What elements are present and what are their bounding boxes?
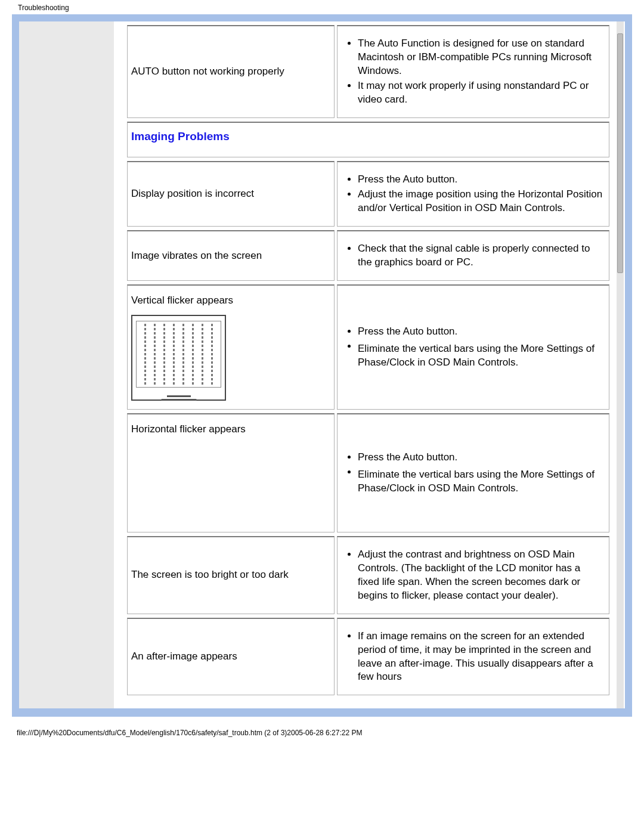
problem-text: Image vibrates on the screen xyxy=(131,250,262,261)
flicker-stripe-icon xyxy=(192,324,194,385)
problem-text: Vertical flicker appears xyxy=(131,295,233,306)
flicker-stripe-icon xyxy=(173,324,175,385)
solution-item: Press the Auto button. xyxy=(358,451,603,465)
solution-item: Adjust the contrast and brightness on OS… xyxy=(358,548,603,603)
solution-item: The Auto Function is designed for use on… xyxy=(358,37,603,78)
solution-list: Press the Auto button. Eliminate the ver… xyxy=(341,325,603,370)
problem-cell: Image vibrates on the screen xyxy=(127,230,335,281)
outer-band: AUTO button not working properly The Aut… xyxy=(12,14,632,717)
solution-item: Eliminate the vertical bars using the Mo… xyxy=(358,468,603,496)
vertical-scrollbar[interactable] xyxy=(617,21,624,708)
flicker-stripe-icon xyxy=(144,324,146,385)
solution-cell: The Auto Function is designed for use on… xyxy=(337,25,609,118)
problem-cell: Vertical flicker appears xyxy=(127,284,335,410)
monitor-base-icon xyxy=(161,399,197,401)
solution-list: The Auto Function is designed for use on… xyxy=(341,37,603,107)
solution-list: If an image remains on the screen for an… xyxy=(341,630,603,685)
section-heading: Imaging Problems xyxy=(127,122,609,158)
solution-item: Check that the signal cable is properly … xyxy=(358,242,603,270)
solution-item: It may not work properly if using nonsta… xyxy=(358,79,603,107)
table-row: Image vibrates on the screen Check that … xyxy=(127,230,609,281)
flicker-stripe-icon xyxy=(202,324,203,385)
solution-list: Adjust the contrast and brightness on OS… xyxy=(341,548,603,603)
solution-list: Press the Auto button. Eliminate the ver… xyxy=(341,451,603,496)
problem-cell: An after-image appears xyxy=(127,618,335,696)
left-navigation-gutter xyxy=(19,21,114,708)
table-row: The screen is too bright or too dark Adj… xyxy=(127,536,609,614)
content-panel: AUTO button not working properly The Aut… xyxy=(19,21,625,708)
flicker-stripe-icon xyxy=(163,324,165,385)
table-row: Vertical flicker appears xyxy=(127,284,609,410)
vertical-scrollbar-thumb[interactable] xyxy=(617,33,623,273)
problem-text: AUTO button not working properly xyxy=(131,66,284,77)
page-title: Troubleshooting xyxy=(0,0,644,14)
problem-text: An after-image appears xyxy=(131,651,237,662)
flicker-stripe-icon xyxy=(211,324,213,385)
solution-item: Adjust the image position using the Hori… xyxy=(358,188,603,215)
solution-item: Press the Auto button. xyxy=(358,325,603,339)
table-row: AUTO button not working properly The Aut… xyxy=(127,25,609,118)
solution-list: Check that the signal cable is properly … xyxy=(341,242,603,270)
table-row: Horizontal flicker appears Press the Aut… xyxy=(127,413,609,532)
solution-item: Press the Auto button. xyxy=(358,173,603,187)
solution-cell: Check that the signal cable is properly … xyxy=(337,230,609,281)
footer-file-path: file:///D|/My%20Documents/dfu/C6_Model/e… xyxy=(17,729,644,737)
table-row: Display position is incorrect Press the … xyxy=(127,161,609,227)
problem-text: Display position is incorrect xyxy=(131,188,254,199)
monitor-flicker-illustration xyxy=(131,315,226,401)
problem-cell: Horizontal flicker appears xyxy=(127,413,335,532)
flicker-stripe-icon xyxy=(182,324,184,385)
solution-cell: Press the Auto button. Adjust the image … xyxy=(337,161,609,227)
monitor-screen-area xyxy=(136,321,221,388)
solution-cell: Press the Auto button. Eliminate the ver… xyxy=(337,413,609,532)
solution-item: Eliminate the vertical bars using the Mo… xyxy=(358,342,603,370)
problem-cell: The screen is too bright or too dark xyxy=(127,536,335,614)
flicker-stripe-icon xyxy=(154,324,156,385)
table-section-row: Imaging Problems xyxy=(127,122,609,158)
solution-cell: If an image remains on the screen for an… xyxy=(337,618,609,696)
solution-list: Press the Auto button. Adjust the image … xyxy=(341,173,603,215)
main-content: AUTO button not working properly The Aut… xyxy=(114,21,623,708)
solution-item: If an image remains on the screen for an… xyxy=(358,630,603,685)
troubleshooting-table: AUTO button not working properly The Aut… xyxy=(125,21,612,699)
table-row: An after-image appears If an image remai… xyxy=(127,618,609,696)
problem-cell: AUTO button not working properly xyxy=(127,25,335,118)
problem-text: Horizontal flicker appears xyxy=(131,423,246,435)
problem-cell: Display position is incorrect xyxy=(127,161,335,227)
problem-text: The screen is too bright or too dark xyxy=(131,569,289,580)
monitor-stand-icon xyxy=(167,395,191,397)
solution-cell: Press the Auto button. Eliminate the ver… xyxy=(337,284,609,410)
solution-cell: Adjust the contrast and brightness on OS… xyxy=(337,536,609,614)
